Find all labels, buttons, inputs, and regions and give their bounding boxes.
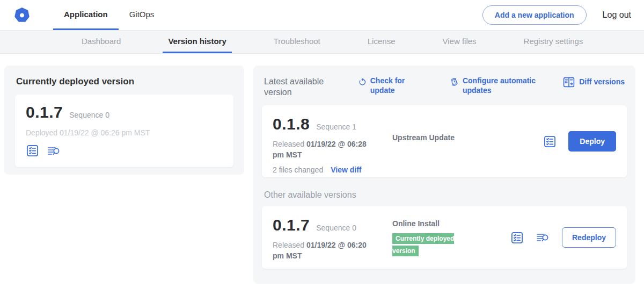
currently-deployed-title: Currently deployed version	[16, 76, 233, 87]
subnav-item-license[interactable]: License	[362, 31, 401, 53]
main-content: Currently deployed version 0.1.7 Sequenc…	[0, 54, 644, 284]
files-changed-row: 2 files changed View diff	[273, 165, 383, 174]
diff-table-icon	[562, 76, 575, 88]
version-number: 0.1.7	[273, 216, 310, 234]
available-versions-panel: Latest available version Check for updat…	[253, 66, 635, 284]
tab-gitops[interactable]: GitOps	[119, 0, 165, 30]
subnav-label: Dashboard	[82, 37, 121, 46]
other-version-info: 0.1.7 Sequence 0 Released 01/19/22 @ 06:…	[273, 216, 383, 262]
app-sub-nav: Dashboard Version history Troubleshoot L…	[0, 30, 644, 54]
source-label: Upstream Update	[392, 133, 538, 142]
check-for-update-action[interactable]: Check for update	[358, 76, 415, 95]
diff-versions-label: Diff versions	[579, 77, 625, 87]
version-number: 0.1.7	[26, 103, 63, 121]
other-version-actions: Redeploy	[505, 227, 616, 248]
other-version-card: 0.1.7 Sequence 0 Released 01/19/22 @ 06:…	[262, 206, 627, 269]
other-version-source: Online Install Currently deployed versio…	[383, 216, 505, 257]
subnav-label: Troubleshoot	[274, 37, 320, 46]
diff-versions-action[interactable]: Diff versions	[562, 76, 625, 88]
currently-deployed-badge: Currently deployed version	[392, 233, 454, 256]
latest-available-title: Latest available version	[264, 76, 345, 98]
sequence-label: Sequence 1	[316, 123, 356, 131]
version-row: 0.1.7 Sequence 0	[26, 103, 223, 121]
topnav-spacer	[165, 0, 482, 30]
tab-application-label: Application	[64, 10, 108, 19]
released-label: Released	[273, 140, 304, 148]
logout-link[interactable]: Log out	[603, 10, 631, 20]
tab-gitops-label: GitOps	[129, 10, 155, 19]
subnav-item-version-history[interactable]: Version history	[163, 31, 231, 53]
currently-deployed-panel: Currently deployed version 0.1.7 Sequenc…	[4, 66, 244, 175]
subnav-item-troubleshoot[interactable]: Troubleshoot	[268, 31, 326, 53]
preflight-checklist-icon[interactable]	[26, 144, 39, 157]
released-timestamp: Released 01/19/22 @ 06:28 pm MST	[273, 139, 377, 161]
files-changed-label: 2 files changed	[273, 165, 323, 174]
redeploy-button[interactable]: Redeploy	[562, 227, 616, 248]
check-for-update-label: Check for update	[370, 76, 415, 95]
configure-automatic-updates-label: Configure automatic updates	[463, 76, 546, 95]
source-label: Online Install	[392, 219, 505, 228]
preflight-checklist-icon[interactable]	[510, 231, 524, 244]
sequence-label: Sequence 0	[316, 224, 356, 232]
subnav-label: License	[368, 37, 396, 46]
subnav-label: View files	[442, 37, 476, 46]
deployed-card-actions	[26, 144, 223, 157]
preflight-checklist-icon[interactable]	[543, 135, 557, 148]
available-panel-header: Latest available version Check for updat…	[264, 76, 625, 98]
latest-version-actions: Deploy	[538, 131, 616, 152]
subnav-item-dashboard[interactable]: Dashboard	[76, 31, 126, 53]
tab-application[interactable]: Application	[53, 0, 119, 30]
configure-automatic-updates-action[interactable]: Configure automatic updates	[450, 76, 546, 95]
app-logo[interactable]	[13, 0, 31, 30]
deployed-timestamp: Deployed 01/19/22 @ 06:26 pm MST	[26, 128, 223, 137]
app-tabs: Application GitOps	[53, 0, 165, 30]
released-timestamp: Released 01/19/22 @ 06:20 pm MST	[273, 240, 377, 262]
view-logs-icon[interactable]	[47, 145, 61, 157]
latest-version-card: 0.1.8 Sequence 1 Released 01/19/22 @ 06:…	[262, 105, 627, 177]
latest-version-info: 0.1.8 Sequence 1 Released 01/19/22 @ 06:…	[273, 115, 383, 174]
version-number: 0.1.8	[273, 115, 310, 133]
refresh-icon	[358, 76, 367, 87]
subnav-item-registry-settings[interactable]: Registry settings	[518, 31, 589, 53]
latest-version-source: Upstream Update	[383, 115, 538, 142]
view-diff-link[interactable]: View diff	[331, 165, 361, 174]
currently-deployed-badge-wrap: Currently deployed version	[392, 232, 479, 257]
deployed-version-card: 0.1.7 Sequence 0 Deployed 01/19/22 @ 06:…	[15, 95, 233, 167]
subnav-label: Registry settings	[524, 37, 583, 46]
other-versions-heading: Other available versions	[264, 190, 625, 200]
add-new-application-button[interactable]: Add a new application	[482, 5, 587, 25]
app-logo-heptagon-icon	[13, 6, 31, 24]
top-nav: Application GitOps Add a new application…	[0, 0, 644, 30]
subnav-label: Version history	[168, 37, 226, 46]
subnav-item-view-files[interactable]: View files	[437, 31, 481, 53]
clock-cycle-icon	[450, 76, 459, 88]
sequence-label: Sequence 0	[69, 111, 109, 119]
view-logs-icon[interactable]	[536, 231, 550, 244]
released-label: Released	[273, 241, 304, 249]
deploy-button[interactable]: Deploy	[568, 131, 616, 152]
